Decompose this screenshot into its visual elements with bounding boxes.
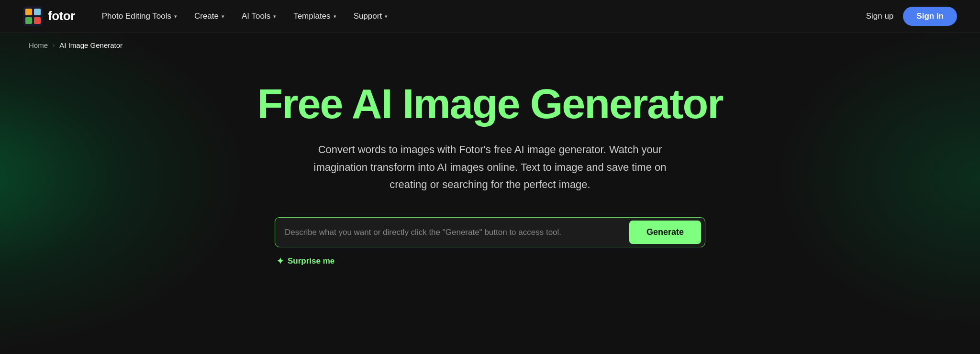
generate-area: Generate ✦ Surprise me [275, 217, 705, 266]
svg-rect-3 [25, 17, 32, 24]
chevron-down-icon: ▾ [222, 13, 224, 20]
nav-label-create: Create [194, 11, 219, 21]
logo-text: fotor [48, 9, 75, 23]
nav-label-templates: Templates [293, 11, 330, 21]
nav-label-support: Support [354, 11, 382, 21]
logo[interactable]: fotor [23, 6, 75, 26]
chevron-down-icon: ▾ [174, 13, 177, 20]
surprise-me-label: Surprise me [288, 256, 334, 266]
logo-icon [23, 6, 43, 26]
svg-rect-4 [34, 17, 41, 24]
nav-label-photo-editing-tools: Photo Editing Tools [102, 11, 171, 21]
signin-button[interactable]: Sign in [903, 7, 957, 26]
nav-item-ai-tools[interactable]: AI Tools ▾ [234, 8, 284, 25]
hero-section: Free AI Image Generator Convert words to… [0, 58, 980, 266]
nav-item-templates[interactable]: Templates ▾ [286, 8, 344, 25]
chevron-down-icon: ▾ [334, 13, 336, 20]
sparkle-icon: ✦ [277, 256, 284, 266]
svg-rect-1 [25, 9, 32, 15]
hero-description: Convert words to images with Fotor's fre… [299, 141, 681, 193]
generate-button[interactable]: Generate [629, 221, 701, 244]
navbar: fotor Photo Editing Tools ▾ Create ▾ AI … [0, 0, 980, 33]
breadcrumb-home[interactable]: Home [29, 41, 48, 49]
nav-auth: Sign up Sign in [866, 7, 957, 26]
nav-item-create[interactable]: Create ▾ [187, 8, 232, 25]
svg-rect-2 [34, 9, 41, 15]
nav-item-support[interactable]: Support ▾ [346, 8, 396, 25]
nav-item-photo-editing-tools[interactable]: Photo Editing Tools ▾ [94, 8, 185, 25]
prompt-input[interactable] [285, 223, 624, 242]
breadcrumb: Home › AI Image Generator [0, 33, 980, 58]
chevron-down-icon: ▾ [385, 13, 388, 20]
signup-link[interactable]: Sign up [866, 11, 894, 21]
breadcrumb-current: AI Image Generator [59, 41, 122, 49]
hero-title: Free AI Image Generator [257, 82, 723, 126]
nav-menu: Photo Editing Tools ▾ Create ▾ AI Tools … [94, 8, 866, 25]
breadcrumb-separator: › [53, 42, 55, 49]
nav-label-ai-tools: AI Tools [242, 11, 270, 21]
chevron-down-icon: ▾ [273, 13, 276, 20]
generate-box: Generate [275, 217, 705, 247]
surprise-me-button[interactable]: ✦ Surprise me [277, 256, 334, 266]
